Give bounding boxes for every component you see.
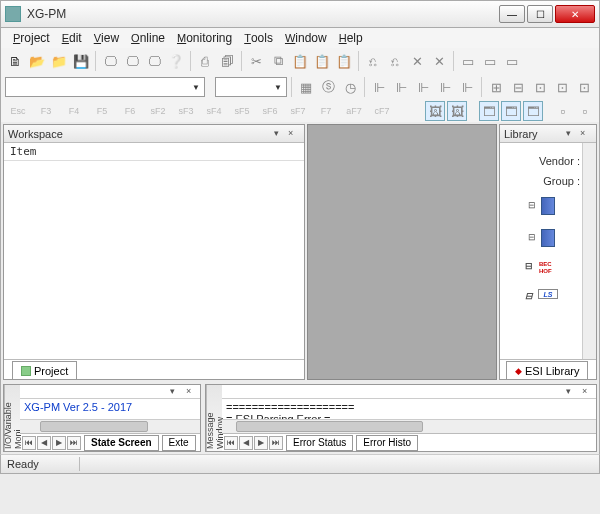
status-bar: Ready xyxy=(0,454,600,474)
menu-project[interactable]: Project xyxy=(7,29,56,47)
fkey-f4: F4 xyxy=(61,106,87,116)
window-title: XG-PM xyxy=(27,7,497,21)
menu-view[interactable]: View xyxy=(88,29,125,47)
new-icon[interactable]: 🗎 xyxy=(5,51,25,71)
close-panel-icon[interactable]: × xyxy=(288,128,300,140)
io3-icon: ⊩ xyxy=(413,77,433,97)
ovm-header: ▾ × xyxy=(20,385,200,399)
pin-icon[interactable]: ▾ xyxy=(566,128,578,140)
maximize-button[interactable]: ☐ xyxy=(527,5,553,23)
nav-prev-icon[interactable]: ◀ xyxy=(37,436,51,450)
paste3-icon: 📋 xyxy=(334,51,354,71)
library-node[interactable] xyxy=(541,229,555,247)
net1-icon: ⎌ xyxy=(363,51,383,71)
ovm-version: XG-PM Ver 2.5 - 2017 xyxy=(24,401,132,413)
ovm-tab-state[interactable]: State Screen xyxy=(84,435,159,451)
pin-icon[interactable]: ▾ xyxy=(274,128,286,140)
combo-right[interactable]: ▼ xyxy=(215,77,287,97)
library-header: Library ▾ × xyxy=(500,125,596,143)
nav-next-icon[interactable]: ▶ xyxy=(254,436,268,450)
toolbar-1: 🗎 📂 📁 💾 🖵 🖵 🖵 ❔ ⎙ 🗐 ✂ ⧉ 📋 📋 📋 ⎌ ⎌ ✕ ✕ ▭ … xyxy=(0,48,600,74)
nav-last-icon[interactable]: ⏭ xyxy=(269,436,283,450)
library-node-ls[interactable]: LS xyxy=(538,289,558,299)
tgl4-icon: ⊡ xyxy=(552,77,572,97)
dim-btn-1: ▫ xyxy=(553,101,573,121)
menu-window[interactable]: Window xyxy=(279,29,333,47)
fkey-sf2: sF2 xyxy=(145,106,171,116)
workspace-header: Workspace ▾ × xyxy=(4,125,304,143)
save-icon[interactable]: 💾 xyxy=(71,51,91,71)
view-btn-1[interactable]: 🖼 xyxy=(425,101,445,121)
app-icon xyxy=(5,6,21,22)
msg-vtab[interactable]: Message Window xyxy=(206,385,222,451)
view-btn-5[interactable]: 🗔 xyxy=(523,101,543,121)
msg-tab-err-status[interactable]: Error Status xyxy=(286,435,353,451)
status-separator xyxy=(79,457,80,471)
net2-icon: ⎌ xyxy=(385,51,405,71)
library-body: Vendor : Group : BEC HOF LS xyxy=(500,143,596,359)
minimize-button[interactable]: ― xyxy=(499,5,525,23)
menu-help[interactable]: Help xyxy=(333,29,369,47)
open-icon[interactable]: 📂 xyxy=(27,51,47,71)
library-vscroll[interactable] xyxy=(582,143,596,359)
pin-icon[interactable]: ▾ xyxy=(170,386,182,398)
paste-icon: 📋 xyxy=(290,51,310,71)
library-node-red[interactable]: BEC HOF xyxy=(539,261,557,275)
msg-header: ▾ × xyxy=(222,385,596,399)
msg-panel: Message Window ▾ × ==================== … xyxy=(205,384,597,452)
nav-prev-icon[interactable]: ◀ xyxy=(239,436,253,450)
view-btn-3[interactable]: 🗔 xyxy=(479,101,499,121)
net4-icon: ✕ xyxy=(429,51,449,71)
nav-first-icon[interactable]: ⏮ xyxy=(22,436,36,450)
clock-icon: ◷ xyxy=(340,77,360,97)
msg-tab-err-histo[interactable]: Error Histo xyxy=(356,435,418,451)
bottom-area: I/O/Variable Moni ▾ × XG-PM Ver 2.5 - 20… xyxy=(0,382,600,454)
library-panel: Library ▾ × Vendor : Group : BEC HOF LS … xyxy=(499,124,597,380)
menu-edit[interactable]: Edit xyxy=(56,29,88,47)
nav-next-icon[interactable]: ▶ xyxy=(52,436,66,450)
library-group-label: Group : xyxy=(504,169,592,189)
msg-hscroll[interactable] xyxy=(222,419,596,433)
workspace-tab-project[interactable]: Project xyxy=(12,361,77,379)
separator xyxy=(453,51,454,71)
title-bar: XG-PM ― ☐ ✕ xyxy=(0,0,600,28)
toolbar-2: ▼ ▼ ▦ ⓢ ◷ ⊩ ⊩ ⊩ ⊩ ⊩ ⊞ ⊟ ⊡ ⊡ ⊡ xyxy=(0,74,600,100)
view-btn-2[interactable]: 🖼 xyxy=(447,101,467,121)
ovm-hscroll[interactable] xyxy=(20,419,200,433)
mod3-icon: ▭ xyxy=(502,51,522,71)
separator xyxy=(95,51,96,71)
close-panel-icon[interactable]: × xyxy=(580,128,592,140)
fkey-sf6: sF6 xyxy=(257,106,283,116)
workspace-root-item[interactable]: Item xyxy=(4,143,304,161)
chevron-down-icon: ▼ xyxy=(274,83,282,92)
open-alt-icon[interactable]: 📁 xyxy=(49,51,69,71)
ovm-vtab[interactable]: I/O/Variable Moni xyxy=(4,385,20,451)
toolbar-fkeys: Esc F3 F4 F5 F6 sF2 sF3 sF4 sF5 sF6 sF7 … xyxy=(0,100,600,122)
menu-monitoring[interactable]: Monitoring xyxy=(171,29,238,47)
library-tab-esi[interactable]: ◆ ESI Library xyxy=(506,361,588,379)
nav-last-icon[interactable]: ⏭ xyxy=(67,436,81,450)
view-btn-4[interactable]: 🗔 xyxy=(501,101,521,121)
io2-icon: ⊩ xyxy=(391,77,411,97)
library-tree: BEC HOF LS xyxy=(504,197,592,299)
cut-icon: ✂ xyxy=(246,51,266,71)
menu-tools[interactable]: Tools xyxy=(238,29,279,47)
library-vendor-label: Vendor : xyxy=(504,149,592,169)
menu-online[interactable]: Online xyxy=(125,29,171,47)
help-icon[interactable]: ❔ xyxy=(166,51,186,71)
library-node[interactable] xyxy=(541,197,555,215)
close-panel-icon[interactable]: × xyxy=(582,386,594,398)
pin-icon[interactable]: ▾ xyxy=(566,386,578,398)
fkey-sf4: sF4 xyxy=(201,106,227,116)
close-panel-icon[interactable]: × xyxy=(186,386,198,398)
menu-bar: Project Edit View Online Monitoring Tool… xyxy=(0,28,600,48)
combo-left[interactable]: ▼ xyxy=(5,77,205,97)
close-button[interactable]: ✕ xyxy=(555,5,595,23)
separator xyxy=(241,51,242,71)
ovm-tab-exte[interactable]: Exte xyxy=(162,435,196,451)
st-icon: ⓢ xyxy=(318,77,338,97)
nav-first-icon[interactable]: ⏮ xyxy=(224,436,238,450)
tgl2-icon: ⊟ xyxy=(508,77,528,97)
tgl3-icon: ⊡ xyxy=(530,77,550,97)
fkey-f3: F3 xyxy=(33,106,59,116)
